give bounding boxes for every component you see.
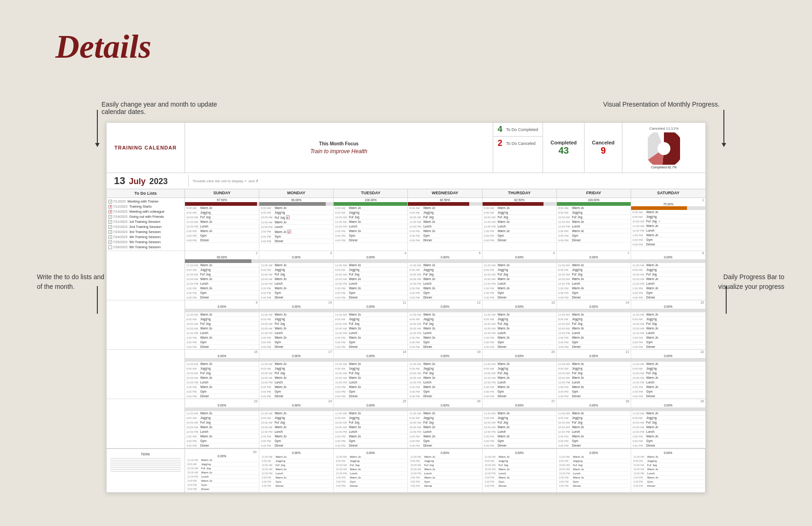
time-slot: 9:00 AMJogg'ng [631, 416, 705, 420]
time-slot: 10:00 AMFul' Jog [483, 322, 556, 326]
time-slot: 10:00 AMFul' Jog [557, 272, 631, 277]
time-slot: 3:00 PMGym [186, 483, 258, 487]
sheet-header: TRAINING CALENDAR This Month Focus Train… [107, 123, 705, 173]
time-slot: 2:00 PMWarm Jo [557, 229, 631, 233]
note-lines [110, 458, 181, 472]
time-slot: 11:00 AMWarm Jo [557, 220, 631, 224]
time-slot: 9:00 AMJogg'ng [185, 210, 259, 215]
completed-block: Completed 43 [543, 123, 585, 173]
time-slot: 9:00 AMJogg'ng [259, 366, 333, 371]
day-cell-w2-d0: 290.00%11:00 AMWarm Jo9:00 AMJogg'ng10:0… [185, 251, 259, 300]
time-slot: 3:00 PMGym [185, 233, 259, 238]
day-cell-w5-d2: 250.00%11:00 AMWarm Jo9:00 AMJogg'ng10:0… [334, 399, 408, 448]
time-slot: 2:00 PMWarm Jo [409, 476, 481, 480]
time-slot: 10:00 AMWarm Jo [259, 376, 333, 380]
time-slot: 12:00 PMLunch [632, 472, 704, 476]
time-slot: 4:00 PMDinner [631, 394, 705, 399]
todo-item: 7/26/2023 6th Training Session [108, 245, 183, 250]
time-slot: 3:00 PMGym [185, 389, 259, 394]
time-slot: 12:00 PMLunch [408, 331, 482, 335]
time-slot: 4:00 PMDinner [558, 484, 630, 488]
time-slot: 10:00 AMFul' Jog [631, 371, 705, 376]
training-calendar-title: TRAINING CALENDAR [114, 145, 177, 150]
todo-checkbox: ✗ [108, 210, 112, 214]
time-slot: 10:00 AMFul' Jog [185, 371, 259, 376]
time-slot: 9:00 AMJogg'ng [483, 416, 556, 420]
progress-bar [408, 309, 482, 312]
day-cell-w4-d3: 190.00%11:00 AMWarm Jo9:00 AMJogg'ng10:0… [408, 350, 482, 399]
time-slot: 12:00 PMLunch [483, 224, 556, 229]
time-slot: 11:00 AMWarm Jo [185, 411, 259, 416]
time-slot: 11:00 AMWarm Jo [334, 411, 407, 416]
time-slot: 9:00 AMJogg'ng [334, 459, 406, 463]
canceled-label: Canceled [592, 140, 615, 145]
time-slot: 12:00 PMLunch [334, 430, 407, 434]
time-slot: 3:00 PMGym [631, 340, 705, 345]
time-slot: 11:00 AMWarm Jo [408, 362, 482, 366]
time-slot: 12:00 PMLunch [409, 472, 481, 476]
time-slot: 4:00 PMDinner [484, 484, 555, 488]
time-slot: 9:00 AMJogg'ng [185, 268, 259, 272]
day-cell-w2-d3: 50.00%11:00 AMWarm Jo9:00 AMJogg'ng10:00… [408, 251, 482, 300]
time-slot: 11:00 AMWarm Jo [631, 362, 705, 366]
time-slot: 12:00 PMLunch [334, 331, 407, 335]
training-calendar-block: TRAINING CALENDAR [107, 123, 185, 173]
time-slot: 11:00 AMWarm Jo [259, 411, 333, 416]
time-slot: 4:00 PMDinner [186, 487, 258, 491]
time-slot: 9:00 AMJogg'ng [186, 462, 258, 466]
time-slot: 3:00 PMGym [483, 439, 556, 443]
time-slot: 4:00 PMDinner [185, 394, 259, 399]
time-slot: 10:00 AMFul' Jog [259, 322, 333, 326]
time-slot: 10:00 AMFul' Jog [483, 215, 556, 220]
time-slot: 11:00 AMWarm Jo [334, 362, 407, 366]
time-slot: 10:00 AMWarm Jo [631, 277, 705, 281]
annotation-top-right: Visual Presentation of Monthly Progress. [603, 101, 720, 108]
progress-bar [185, 309, 259, 312]
day-cell-w5-d0: 230.00%11:00 AMWarm Jo9:00 AMJogg'ng10:0… [185, 399, 259, 448]
time-slot: 11:00 AMWarm Jo [185, 312, 259, 317]
time-slot: 10:00 AMFul' Jog [557, 322, 631, 326]
time-slot: 4:00 PMDinner [334, 443, 407, 448]
calendar-week-4: 160.00%11:00 AMWarm Jo9:00 AMJogg'ng10:0… [107, 350, 705, 399]
time-slot: 10:00 AMFul' Jog [558, 463, 630, 467]
time-slot: 10:00 AMWarm Jo [408, 326, 482, 331]
time-slot: 3:00 PMGym [185, 340, 259, 345]
todo-checkbox: ✓ [108, 240, 112, 244]
time-slot: 3:00 PMGym [631, 291, 705, 295]
time-slot: 2:00 PMWarm Jo [334, 286, 407, 291]
time-slot: 4:00 PMDinner [557, 345, 631, 349]
time-slot: 9:00 AMJogg'ng [185, 416, 259, 420]
time-slot: 10:00 AMWarm Jo [259, 277, 333, 281]
double-click-note: *Double-click the cell to display ✓ and … [189, 179, 702, 183]
time-slot: 2:00 PMWarm Jo [484, 476, 555, 480]
time-slot: 12:00 PMLunch [631, 430, 705, 434]
time-slot: 10:00 AMFul' Jog [185, 322, 259, 326]
progress-bar [557, 358, 631, 362]
canceled-value: 9 [601, 145, 606, 156]
time-slot: 9:00 AMJogg'ng [631, 215, 705, 219]
day-cell-w2-d1: 30.00%11:00 AMWarm Jo9:00 AMJogg'ng10:00… [259, 251, 334, 300]
time-slot: 12:00 PMLunch [557, 380, 631, 385]
day-cell-w2-d5: 70.00%11:00 AMWarm Jo9:00 AMJogg'ng10:00… [557, 251, 631, 300]
time-slot: 10:00 AMFul' Jog✓ [631, 219, 705, 224]
time-slot: 10:00 AMWarm Jo [631, 425, 705, 430]
time-slot: 11:00 AMWarm Jo [632, 455, 704, 459]
time-slot: 4:00 PMDinner [408, 238, 482, 243]
time-slot: 3:00 PMGym [334, 233, 407, 238]
time-slot: 3:00 PMGym [409, 480, 481, 484]
day-cell-w5-d6: 290.00%11:00 AMWarm Jo9:00 AMJogg'ng10:0… [631, 399, 705, 448]
time-slot: 12:00 PMLunch [259, 331, 333, 335]
time-slot: 2:00 PMWarm Jo [483, 335, 556, 340]
time-slot: 10:00 AMFul' Jog [408, 420, 482, 425]
time-slot: 11:00 AMWarm Jo [483, 220, 556, 224]
time-slot: 11:00 AMWarm Jo [334, 263, 407, 268]
progress-bar [631, 358, 705, 362]
time-slot: 2:00 PMWarm Jo [185, 229, 259, 233]
last-week-cell-3: 0.00%11:00 AMWarm Jo9:00 AMJogg'ng10:00 … [408, 449, 482, 492]
progress-bar [408, 358, 482, 362]
time-slot: 2:00 PMWarm Jo [334, 335, 407, 340]
time-slot: 9:00 AMJogg'ng [557, 210, 631, 215]
time-slot: 4:00 PMDinner [557, 394, 631, 399]
time-slot: 9:00 AMJogg'ng [334, 317, 407, 322]
time-slot: 9:00 AMJogg'ng [259, 210, 333, 215]
